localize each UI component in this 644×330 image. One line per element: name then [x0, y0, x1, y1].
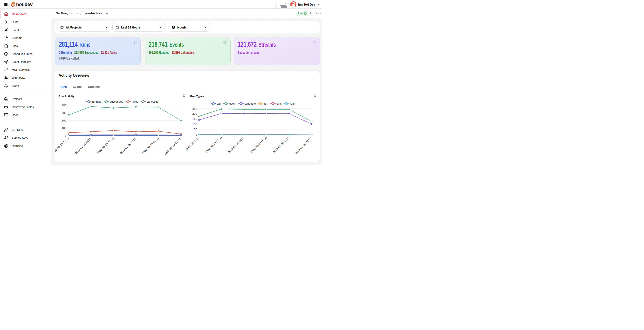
- svg-text:100: 100: [61, 126, 66, 129]
- svg-text:2026-02-19 21:00: 2026-02-19 21:00: [55, 137, 70, 155]
- svg-text:150: 150: [192, 117, 197, 120]
- svg-text:2026-02-20 02:00*: 2026-02-20 02:00*: [294, 136, 313, 155]
- svg-text:2026-02-19 23:00: 2026-02-19 23:00: [227, 136, 245, 154]
- svg-text:2026-02-19 21:00: 2026-02-19 21:00: [186, 136, 200, 154]
- svg-text:0: 0: [64, 134, 66, 137]
- svg-text:300: 300: [61, 111, 66, 114]
- svg-text:2026-02-20 02:00*: 2026-02-20 02:00*: [163, 137, 182, 156]
- svg-text:2026-02-20 01:00: 2026-02-20 01:00: [141, 137, 160, 155]
- svg-text:2026-02-19 22:00: 2026-02-19 22:00: [74, 137, 92, 155]
- svg-text:50: 50: [194, 128, 197, 131]
- svg-text:2026-02-20 00:00: 2026-02-20 00:00: [250, 136, 268, 154]
- svg-text:400: 400: [61, 104, 66, 107]
- svg-text:200: 200: [61, 119, 66, 122]
- svg-text:0: 0: [196, 133, 197, 136]
- svg-text:2026-02-20 00:00: 2026-02-20 00:00: [119, 137, 137, 155]
- svg-text:2026-02-19 23:00: 2026-02-19 23:00: [96, 137, 114, 155]
- svg-text:2026-02-19 22:00: 2026-02-19 22:00: [204, 136, 222, 154]
- svg-text:2026-02-20 01:00: 2026-02-20 01:00: [272, 136, 290, 154]
- svg-text:100: 100: [192, 122, 197, 126]
- svg-text:250: 250: [192, 107, 197, 110]
- svg-text:200: 200: [192, 112, 197, 115]
